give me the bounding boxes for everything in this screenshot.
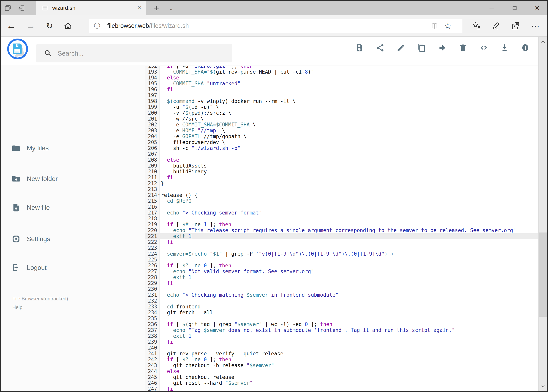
code-line[interactable]: 208 else xyxy=(145,157,538,163)
browser-tab[interactable]: wizard.sh ✕ xyxy=(36,0,146,15)
new-tab-button[interactable]: + xyxy=(150,0,163,15)
code-line[interactable]: 221 exit 1 xyxy=(145,233,538,239)
info-button[interactable] xyxy=(519,42,532,54)
vertical-scrollbar[interactable] xyxy=(538,37,548,392)
code-text[interactable]: fi xyxy=(160,386,538,392)
code-text[interactable]: git checkout -b release "$semver" xyxy=(160,363,538,368)
code-text[interactable]: exit 1 xyxy=(160,233,538,239)
code-line[interactable]: 235 xyxy=(145,315,538,321)
code-line[interactable]: 211 fi xyxy=(145,175,538,181)
sidebar-item-logout[interactable]: Logout xyxy=(0,261,143,274)
code-line[interactable]: 192 if [ -d "$REPO/.git" ]; then xyxy=(145,66,538,69)
code-text[interactable] xyxy=(160,257,538,263)
code-text[interactable]: if [ $# -ne 1 ]; then xyxy=(160,222,538,227)
code-text[interactable]: else xyxy=(160,157,538,163)
code-line[interactable]: 214▾release () { xyxy=(145,192,538,198)
code-text[interactable] xyxy=(160,204,538,210)
code-text[interactable] xyxy=(160,151,538,157)
code-text[interactable]: buildAssets xyxy=(160,163,538,169)
code-text[interactable] xyxy=(160,298,538,304)
favorites-hub-icon[interactable] xyxy=(468,15,485,36)
code-line[interactable]: 234 git fetch --all xyxy=(145,310,538,315)
code-text[interactable] xyxy=(160,286,538,292)
code-line[interactable]: 232 xyxy=(145,298,538,304)
code-line[interactable]: 210 buildBinary xyxy=(145,169,538,175)
code-line[interactable]: 194 else xyxy=(145,75,538,81)
code-line[interactable]: 246 git reset --hard "$semver" xyxy=(145,380,538,386)
code-text[interactable]: fi xyxy=(160,175,538,181)
code-line[interactable]: 195 COMMIT_SHA="untracked" xyxy=(145,81,538,86)
web-note-pen-icon[interactable] xyxy=(488,15,505,36)
code-text[interactable]: fi xyxy=(160,280,538,286)
sidebar-item-new-file[interactable]: New file xyxy=(0,201,143,214)
code-line[interactable]: 231 echo "> Checking matching $semver in… xyxy=(145,292,538,298)
code-text[interactable]: else xyxy=(160,368,538,374)
code-line[interactable]: 238 exit 1 xyxy=(145,333,538,339)
code-text[interactable]: COMMIT_SHA="untracked" xyxy=(160,81,538,86)
scroll-down-icon[interactable] xyxy=(539,382,548,391)
code-text[interactable]: filebrowser/dev \ xyxy=(160,139,538,145)
scroll-up-icon[interactable] xyxy=(539,38,548,46)
code-line[interactable]: 196 fi xyxy=(145,86,538,92)
code-text[interactable]: fi xyxy=(160,239,538,245)
share-page-icon[interactable] xyxy=(507,15,524,36)
sidebar-item-new-folder[interactable]: New folder xyxy=(0,172,143,185)
switch-view-button[interactable] xyxy=(478,42,490,54)
code-text[interactable] xyxy=(160,315,538,321)
code-text[interactable]: if [ $? -ne 0 ]; then xyxy=(160,263,538,268)
code-text[interactable]: release () { xyxy=(160,192,538,198)
code-text[interactable]: cd frontend xyxy=(160,304,538,310)
edit-button[interactable] xyxy=(395,42,407,54)
share-button[interactable] xyxy=(374,42,386,54)
more-options-icon[interactable]: ⋯ xyxy=(527,15,544,36)
code-text[interactable]: -e GOPATH=//tmp/gopath \ xyxy=(160,133,538,139)
code-line[interactable]: 229 fi xyxy=(145,280,538,286)
code-text[interactable]: sh -c "./wizard.sh -b" xyxy=(160,145,538,151)
tab-list-chevron-icon[interactable]: ⌄ xyxy=(165,0,177,15)
code-text[interactable]: -w //src \ xyxy=(160,116,538,122)
code-line[interactable]: 226 if [ $? -ne 0 ]; then xyxy=(145,263,538,268)
code-text[interactable]: -u "$(id -u)" \ xyxy=(160,104,538,110)
code-text[interactable]: -e COMMIT_SHA=$COMMIT_SHA \ xyxy=(160,122,538,128)
code-line[interactable]: 240 xyxy=(145,345,538,351)
code-line[interactable]: 247 fi xyxy=(145,386,538,392)
code-line[interactable]: 215 cd $REPO xyxy=(145,198,538,204)
address-bar[interactable]: ⓘ filebrowser.web/files/wizard.sh ☆ xyxy=(89,19,462,33)
code-text[interactable]: if [ $(git tag | grep "$semver" | wc -l)… xyxy=(160,321,538,327)
code-line[interactable]: 244 else xyxy=(145,368,538,374)
code-line[interactable]: 204 -e GOPATH=//tmp/gopath \ xyxy=(145,133,538,139)
search-input[interactable] xyxy=(57,44,226,63)
code-line[interactable]: 225 xyxy=(145,257,538,263)
code-text[interactable]: cd $REPO xyxy=(160,198,538,204)
code-text[interactable]: if [ $? -ne 0 ]; then xyxy=(160,357,538,363)
code-text[interactable]: $(command -v winpty) docker run --rm -it… xyxy=(160,98,538,104)
code-text[interactable]: buildBinary xyxy=(160,169,538,175)
code-text[interactable] xyxy=(160,216,538,222)
code-text[interactable]: -e HOME="//tmp" \ xyxy=(160,128,538,133)
code-line[interactable]: 233 cd frontend xyxy=(145,304,538,310)
code-text[interactable]: else xyxy=(160,75,538,81)
code-line[interactable]: 237 echo "Tag $semver does not exist in … xyxy=(145,327,538,333)
code-text[interactable]: } xyxy=(160,181,538,186)
code-line[interactable]: 216 xyxy=(145,204,538,210)
code-line[interactable]: 222 fi xyxy=(145,239,538,245)
code-text[interactable]: fi xyxy=(160,86,538,92)
tab-preview-icon[interactable] xyxy=(3,4,12,13)
sidebar-item-my-files[interactable]: My files xyxy=(0,142,143,155)
code-line[interactable]: 205 filebrowser/dev \ xyxy=(145,139,538,145)
back-button[interactable]: ← xyxy=(3,15,19,36)
window-minimize-button[interactable]: ─ xyxy=(481,0,502,15)
code-text[interactable]: echo "> Checking semver format" xyxy=(160,210,538,216)
code-line[interactable]: 197 xyxy=(145,92,538,98)
scrollbar-thumb[interactable] xyxy=(539,232,547,317)
home-button[interactable] xyxy=(60,15,76,36)
code-line[interactable]: 207 xyxy=(145,151,538,157)
code-text[interactable] xyxy=(160,345,538,351)
code-text[interactable]: if [ -d "$REPO/.git" ]; then xyxy=(160,66,538,69)
code-line[interactable]: 220 echo "This release script requires a… xyxy=(145,227,538,233)
code-line[interactable]: 245 git checkout release xyxy=(145,374,538,380)
code-line[interactable]: 228 exit 1 xyxy=(145,274,538,280)
code-text[interactable]: fi xyxy=(160,339,538,345)
forward-button[interactable]: → xyxy=(22,15,39,36)
help-link[interactable]: Help xyxy=(12,303,68,312)
